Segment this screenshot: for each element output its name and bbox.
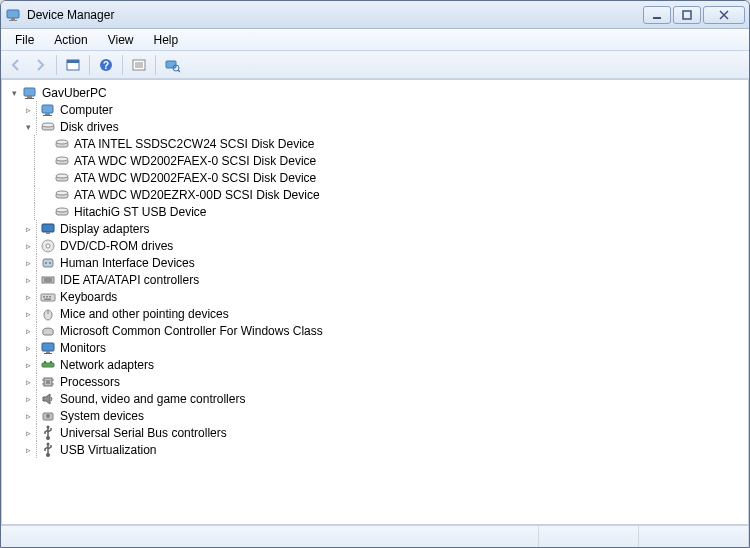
tree-category[interactable]: ▹Display adapters [6,220,748,237]
svg-rect-38 [43,259,53,267]
tree-device[interactable]: ATA INTEL SSDSC2CW24 SCSI Disk Device [6,135,748,152]
computer-icon [40,102,56,118]
tree-category[interactable]: ▹Network adapters [6,356,748,373]
tree-category[interactable]: ▹Computer [6,101,748,118]
maximize-button[interactable] [673,6,701,24]
expand-icon[interactable]: ▹ [22,308,34,320]
computer-icon [22,85,38,101]
dvd-icon [40,238,56,254]
expand-icon[interactable]: ▹ [22,104,34,116]
hid-icon [40,255,56,271]
svg-rect-54 [42,363,54,367]
svg-rect-19 [42,105,53,113]
svg-point-39 [45,262,47,264]
properties-button[interactable] [128,54,150,76]
tree-root[interactable]: ▾GavUberPC [6,84,748,101]
show-hide-button[interactable] [62,54,84,76]
expand-icon[interactable]: ▹ [22,359,34,371]
svg-point-67 [47,442,50,445]
tree-device[interactable]: ATA WDC WD20EZRX-00D SCSI Disk Device [6,186,748,203]
tree-category[interactable]: ▹Human Interface Devices [6,254,748,271]
disk-icon [54,204,70,220]
svg-point-33 [56,208,68,212]
tree-category[interactable]: ▾Disk drives [6,118,748,135]
expand-icon[interactable]: ▹ [22,376,34,388]
svg-rect-56 [50,361,52,363]
menu-file[interactable]: File [5,30,44,50]
tree-node-label: Display adapters [60,222,149,236]
back-button[interactable] [5,54,27,76]
expand-icon[interactable]: ▹ [22,410,34,422]
tree-device[interactable]: HitachiG ST USB Device [6,203,748,220]
svg-rect-48 [44,298,51,300]
svg-rect-45 [43,296,45,298]
toolbar: ? [1,51,749,79]
tree-category[interactable]: ▹Universal Serial Bus controllers [6,424,748,441]
forward-button[interactable] [29,54,51,76]
expand-icon[interactable]: ▹ [22,393,34,405]
tree-category[interactable]: ▹USB Virtualization [6,441,748,458]
expand-icon[interactable]: ▹ [22,342,34,354]
tree-node-label: Mice and other pointing devices [60,307,229,321]
minimize-button[interactable] [643,6,671,24]
controller-icon [40,323,56,339]
close-button[interactable] [703,6,745,24]
menu-view[interactable]: View [98,30,144,50]
tree-node-label: ATA WDC WD2002FAEX-0 SCSI Disk Device [74,154,316,168]
svg-rect-2 [9,20,17,21]
tree-node-label: Disk drives [60,120,119,134]
svg-point-23 [42,123,54,127]
svg-rect-46 [46,296,48,298]
tree-device[interactable]: ATA WDC WD2002FAEX-0 SCSI Disk Device [6,169,748,186]
expand-icon[interactable]: ▹ [22,291,34,303]
svg-line-15 [178,70,180,72]
expand-icon[interactable]: ▹ [22,444,34,456]
tree-category[interactable]: ▹Sound, video and game controllers [6,390,748,407]
device-tree[interactable]: ▾GavUberPC▹Computer▾Disk drivesATA INTEL… [1,79,749,525]
svg-point-37 [46,244,50,248]
svg-rect-35 [46,232,50,234]
titlebar[interactable]: Device Manager [1,1,749,29]
display-icon [40,221,56,237]
disk-icon [54,136,70,152]
tree-node-label: Monitors [60,341,106,355]
tree-category[interactable]: ▹Monitors [6,339,748,356]
tree-node-label: HitachiG ST USB Device [74,205,207,219]
tree-node-label: IDE ATA/ATAPI controllers [60,273,199,287]
tree-node-label: Human Interface Devices [60,256,195,270]
svg-point-65 [47,425,50,428]
keyboard-icon [40,289,56,305]
toolbar-separator [122,55,123,75]
expand-icon[interactable]: ▹ [22,325,34,337]
svg-rect-20 [45,113,50,115]
help-button[interactable]: ? [95,54,117,76]
expand-icon[interactable]: ▾ [22,121,34,133]
tree-category[interactable]: ▹IDE ATA/ATAPI controllers [6,271,748,288]
menu-action[interactable]: Action [44,30,97,50]
sound-icon [40,391,56,407]
disk-icon [54,153,70,169]
tree-category[interactable]: ▹Processors [6,373,748,390]
expand-icon[interactable]: ▹ [22,240,34,252]
tree-category[interactable]: ▹System devices [6,407,748,424]
tree-category[interactable]: ▹Mice and other pointing devices [6,305,748,322]
mouse-icon [40,306,56,322]
expand-icon[interactable]: ▹ [22,427,34,439]
app-icon [5,7,21,23]
scan-hardware-button[interactable] [161,54,183,76]
collapse-icon[interactable]: ▾ [8,87,20,99]
expand-icon[interactable]: ▹ [22,274,34,286]
tree-node-label: GavUberPC [42,86,107,100]
window-title: Device Manager [27,8,643,22]
window-controls [643,6,745,24]
tree-category[interactable]: ▹DVD/CD-ROM drives [6,237,748,254]
tree-device[interactable]: ATA WDC WD2002FAEX-0 SCSI Disk Device [6,152,748,169]
svg-rect-17 [27,96,32,98]
menu-help[interactable]: Help [144,30,189,50]
tree-category[interactable]: ▹Microsoft Common Controller For Windows… [6,322,748,339]
expand-icon[interactable]: ▹ [22,223,34,235]
system-icon [40,408,56,424]
svg-point-40 [49,262,51,264]
expand-icon[interactable]: ▹ [22,257,34,269]
tree-category[interactable]: ▹Keyboards [6,288,748,305]
